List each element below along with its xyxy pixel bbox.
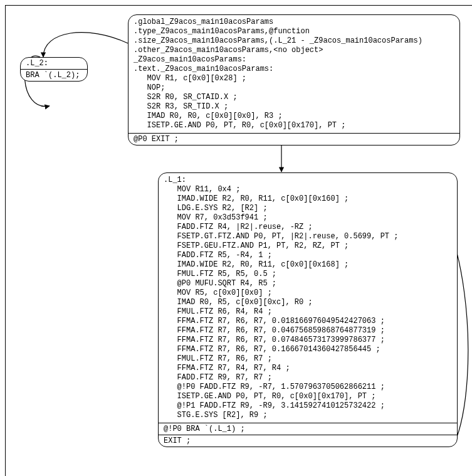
- node-l1-exit: EXIT ;: [159, 435, 457, 447]
- diagram-canvas: .L_2: BRA `(.L_2); .global_Z9acos_main10…: [5, 5, 472, 476]
- node-l1-body: .L_1: MOV R11, 0x4 ; IMAD.WIDE R2, R0, R…: [159, 173, 457, 423]
- node-l1-branch: @!P0 BRA `(.L_1) ;: [159, 423, 457, 435]
- node-main-footer: @P0 EXIT ;: [128, 133, 459, 145]
- node-l2-title: .L_2:: [21, 58, 87, 69]
- node-l1: .L_1: MOV R11, 0x4 ; IMAD.WIDE R2, R0, R…: [158, 172, 458, 447]
- node-main-header: .global_Z9acos_main10acosParams .type_Z9…: [128, 15, 459, 133]
- node-l2-body: BRA `(.L_2);: [21, 69, 87, 81]
- node-l2: .L_2: BRA `(.L_2);: [20, 57, 88, 82]
- node-main: .global_Z9acos_main10acosParams .type_Z9…: [128, 14, 460, 145]
